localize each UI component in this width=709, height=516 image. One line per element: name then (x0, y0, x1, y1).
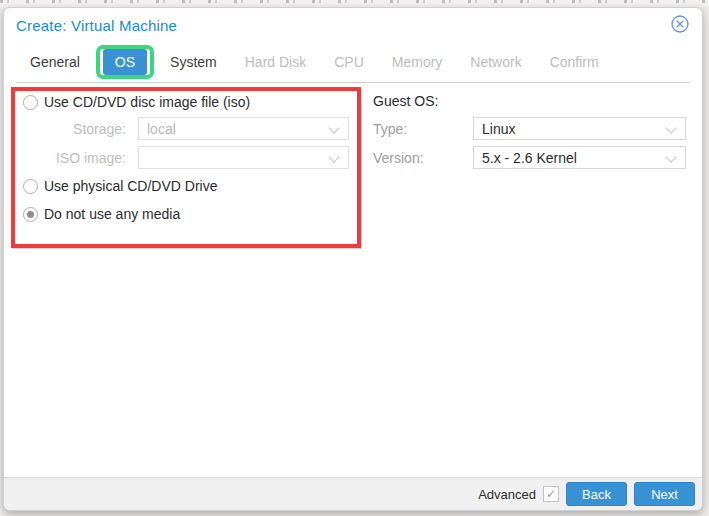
chevron-down-icon (665, 122, 676, 133)
tab-hard-disk: Hard Disk (231, 44, 320, 80)
tab-cpu: CPU (320, 44, 378, 80)
radio-button-selected-icon (23, 207, 38, 222)
advanced-checkbox[interactable]: ✓ (543, 486, 559, 502)
back-button[interactable]: Back (566, 482, 627, 506)
iso-image-label: ISO image: (31, 150, 126, 166)
dialog-footer: Advanced ✓ Back Next (4, 477, 702, 510)
background-content-sliver (0, 0, 709, 7)
radio-label: Use physical CD/DVD Drive (44, 178, 217, 194)
radio-label: Use CD/DVD disc image file (iso) (44, 94, 250, 110)
iso-image-combobox (138, 146, 349, 169)
create-vm-dialog: Create: Virtual Machine General OS Syste… (3, 7, 703, 511)
storage-value: local (147, 121, 176, 137)
green-annotation-box: OS (96, 45, 154, 79)
circle-x-close-icon (670, 14, 690, 34)
dialog-title: Create: Virtual Machine (16, 17, 177, 34)
os-version-combobox[interactable]: 5.x - 2.6 Kernel (473, 146, 686, 169)
storage-label: Storage: (31, 121, 126, 137)
radio-button-icon (23, 95, 38, 110)
chevron-down-icon (328, 122, 339, 133)
chevron-down-icon (328, 151, 339, 162)
os-version-value: 5.x - 2.6 Kernel (482, 150, 577, 166)
tab-system[interactable]: System (156, 44, 231, 80)
next-button[interactable]: Next (634, 482, 695, 506)
os-type-combobox[interactable]: Linux (473, 117, 686, 140)
radio-button-icon (23, 179, 38, 194)
radio-no-media[interactable]: Do not use any media (23, 206, 180, 222)
radio-physical-drive[interactable]: Use physical CD/DVD Drive (23, 178, 217, 194)
tab-os[interactable]: OS (103, 49, 147, 75)
tab-general[interactable]: General (16, 44, 94, 80)
tab-memory: Memory (378, 44, 457, 80)
advanced-label: Advanced (478, 487, 536, 502)
chevron-down-icon (665, 151, 676, 162)
guest-os-heading: Guest OS: (373, 93, 438, 109)
wizard-tabbar: General OS System Hard Disk CPU Memory N… (16, 42, 690, 83)
os-version-label: Version: (373, 150, 468, 166)
storage-combobox: local (138, 117, 349, 140)
radio-label: Do not use any media (44, 206, 180, 222)
radio-use-iso[interactable]: Use CD/DVD disc image file (iso) (23, 94, 250, 110)
tab-network: Network (456, 44, 535, 80)
tab-confirm: Confirm (536, 44, 613, 80)
close-button[interactable] (669, 13, 691, 35)
os-type-value: Linux (482, 121, 515, 137)
os-type-label: Type: (373, 121, 468, 137)
